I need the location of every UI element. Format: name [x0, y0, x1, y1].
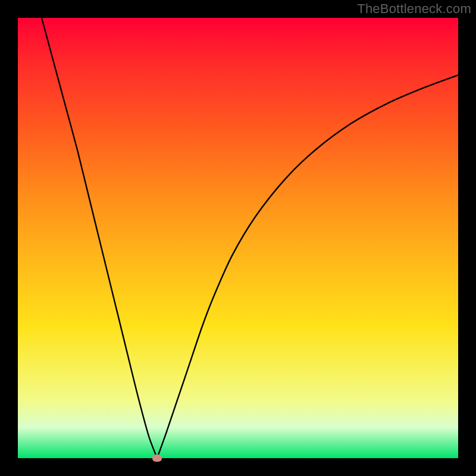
min-marker: [152, 455, 162, 462]
watermark-text: TheBottleneck.com: [357, 1, 471, 17]
chart-frame: TheBottleneck.com: [0, 0, 476, 476]
bottleneck-curve: [18, 18, 458, 458]
plot-area: [18, 18, 458, 458]
